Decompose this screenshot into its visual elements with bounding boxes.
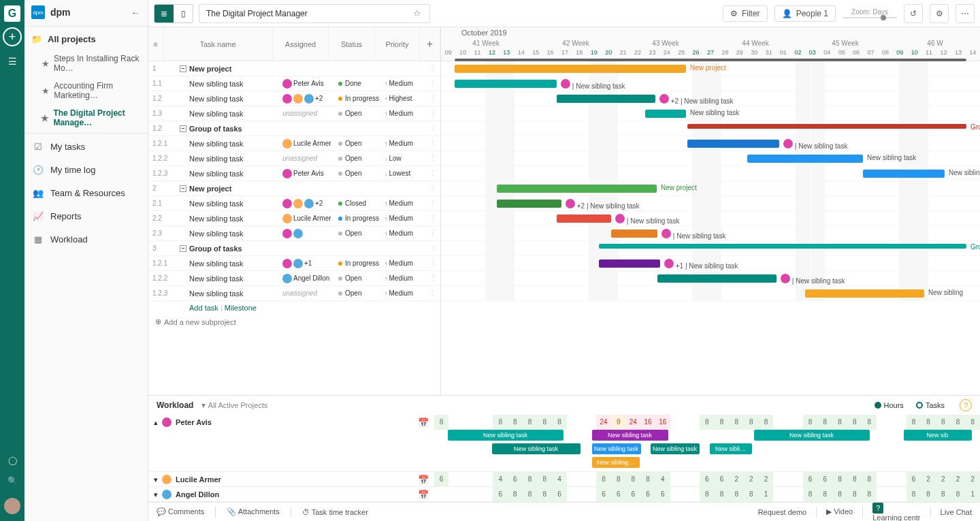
task-row[interactable]: 2− New project⋮ xyxy=(148,181,440,196)
row-more-icon[interactable]: ⋮ xyxy=(429,139,440,148)
zoom-slider[interactable] xyxy=(843,17,897,18)
attachments-tab[interactable]: 📎 Attachments xyxy=(227,507,280,516)
task-row[interactable]: 1.2− Group of tasks⋮ xyxy=(148,121,440,136)
row-more-icon[interactable]: ⋮ xyxy=(429,154,440,163)
learning-center-link[interactable]: ? Learning centr xyxy=(872,503,920,522)
workload-person-row[interactable]: ▾Angel Dillon📅 xyxy=(148,487,434,502)
gantt-bar[interactable]: | New sibling task xyxy=(657,274,777,283)
project-title-input[interactable]: The Digital Project Manager ☆ xyxy=(199,4,430,23)
gantt-bar[interactable]: Group of task xyxy=(599,244,966,249)
settings-icon[interactable]: ⚙ xyxy=(930,4,949,23)
row-more-icon[interactable]: ⋮ xyxy=(429,274,440,283)
request-demo-link[interactable]: Request demo xyxy=(758,508,807,516)
gantt-bar[interactable]: +2 | New sibling task xyxy=(497,200,561,208)
sidebar-project[interactable]: ★Steps In Installing Rack Mo… xyxy=(24,50,148,77)
task-row[interactable]: 1.2.3New sibling taskunassignedOpen↑Medi… xyxy=(148,286,440,301)
workload-filter-dropdown[interactable]: ▾ All Active Projects xyxy=(201,400,267,410)
nav-team[interactable]: 👥Team & Resources xyxy=(24,181,148,204)
video-link[interactable]: ▶ Video xyxy=(826,507,853,516)
row-more-icon[interactable]: ⋮ xyxy=(429,229,440,238)
workload-person-row[interactable]: ▴Peter Avis📅 xyxy=(148,415,434,430)
app-logo[interactable]: G xyxy=(4,5,20,22)
gantt-bar[interactable]: New sibling xyxy=(863,170,945,178)
task-row[interactable]: 2.1New sibling task+2Closed↑Medium⋮ xyxy=(148,196,440,211)
row-more-icon[interactable]: ⋮ xyxy=(429,214,440,223)
sidebar-project[interactable]: ★Accounting Firm Marketing… xyxy=(24,77,148,104)
col-assigned[interactable]: Assigned xyxy=(273,27,329,61)
filter-button[interactable]: ⚙Filter xyxy=(723,5,768,22)
user-avatar[interactable] xyxy=(4,498,20,514)
add-milestone-link[interactable]: Milestone xyxy=(225,304,257,312)
task-row[interactable]: 1.2.2New sibling taskunassignedOpen↓Low⋮ xyxy=(148,151,440,166)
workload-bar[interactable]: New sib xyxy=(904,430,972,441)
workload-bar[interactable]: New sibling task xyxy=(592,430,668,441)
row-more-icon[interactable]: ⋮ xyxy=(429,244,440,253)
row-more-icon[interactable]: ⋮ xyxy=(429,79,440,88)
task-row[interactable]: 1.2New sibling task+2In progress↑Highest… xyxy=(148,91,440,106)
calendar-icon[interactable]: 📅 xyxy=(418,417,429,428)
expand-icon[interactable]: ▾ xyxy=(154,475,158,484)
workload-bar[interactable]: New sibling task xyxy=(592,443,641,454)
col-task-name[interactable]: Task name xyxy=(163,27,273,61)
row-more-icon[interactable]: ⋮ xyxy=(429,199,440,208)
zoom-control[interactable]: Zoom: Days xyxy=(843,8,897,18)
gantt-bar[interactable]: | New sibling task xyxy=(611,230,657,238)
workload-bar[interactable]: New sibling task xyxy=(651,443,700,454)
collapse-toggle[interactable]: − xyxy=(180,125,186,132)
radio-hours[interactable]: Hours xyxy=(875,401,904,409)
workload-person-row[interactable]: ▾Lucile Armer📅 xyxy=(148,472,434,487)
task-row[interactable]: 1− New project⋮ xyxy=(148,61,440,76)
comments-tab[interactable]: 💬 Comments xyxy=(157,507,204,516)
task-row[interactable]: 1.2.2New sibling taskAngel DillonOpen↑Me… xyxy=(148,271,440,286)
calendar-icon[interactable]: 📅 xyxy=(418,474,429,485)
expand-icon[interactable]: ▾ xyxy=(154,490,158,499)
task-row[interactable]: 1.1New sibling taskPeter AvisDone↑Medium… xyxy=(148,76,440,91)
row-more-icon[interactable]: ⋮ xyxy=(429,64,440,73)
gantt-bar[interactable]: New sibling task xyxy=(645,110,686,118)
nav-my-time-log[interactable]: 🕐My time log xyxy=(24,158,148,181)
add-column-button[interactable]: + xyxy=(420,27,440,61)
workload-bar[interactable]: New sibling task xyxy=(448,430,564,441)
nav-reports[interactable]: 📈Reports xyxy=(24,204,148,227)
task-row[interactable]: 1.2.1New sibling taskLucile ArmerOpen↑Me… xyxy=(148,136,440,151)
more-icon[interactable]: ⋯ xyxy=(956,4,975,23)
gantt-bar[interactable]: +2 | New sibling task xyxy=(557,95,655,103)
gantt-bar[interactable]: New project xyxy=(455,65,686,73)
task-row[interactable]: 1.2.1New sibling task+1In progress↑Mediu… xyxy=(148,256,440,271)
row-more-icon[interactable]: ⋮ xyxy=(429,124,440,133)
gantt-bar[interactable]: Group of task xyxy=(687,124,966,129)
gantt-bar[interactable]: | New sibling task xyxy=(557,215,611,223)
radio-tasks[interactable]: Tasks xyxy=(916,401,945,409)
workload-bar[interactable]: New sibli… xyxy=(710,443,752,454)
calendar-icon[interactable]: 📅 xyxy=(418,489,429,500)
star-icon[interactable]: ☆ xyxy=(412,8,423,19)
task-row[interactable]: 3− Group of tasks⋮ xyxy=(148,241,440,256)
people-button[interactable]: 👤People 1 xyxy=(774,5,836,22)
task-row[interactable]: 2.3New sibling taskOpen↑Medium⋮ xyxy=(148,226,440,241)
gantt-bar[interactable]: | New sibling task xyxy=(687,140,779,148)
gantt-view-button[interactable]: ≣ xyxy=(154,5,174,22)
workload-bar[interactable]: New sibling task xyxy=(754,430,870,441)
gantt-bar[interactable]: New project xyxy=(497,185,657,193)
board-view-button[interactable]: ▯ xyxy=(174,5,193,22)
gantt-bar[interactable]: New sibling task xyxy=(747,155,863,163)
workload-help-icon[interactable]: ? xyxy=(960,399,972,411)
history-icon[interactable]: ↺ xyxy=(904,4,923,23)
workload-bar[interactable]: New sibling… xyxy=(592,457,640,468)
collapse-toggle[interactable]: − xyxy=(180,245,186,252)
gantt-bar[interactable]: +1 | New sibling task xyxy=(599,259,660,268)
task-row[interactable]: 2.2New sibling taskLucile ArmerIn progre… xyxy=(148,211,440,226)
nav-workload[interactable]: ▦Workload xyxy=(24,227,148,251)
expand-icon[interactable]: ▴ xyxy=(154,418,158,427)
notifications-icon[interactable]: ◯ xyxy=(8,456,17,465)
live-chat-link[interactable]: Live Chat xyxy=(941,508,972,516)
collapse-toggle[interactable]: − xyxy=(180,65,186,72)
col-status[interactable]: Status xyxy=(329,27,375,61)
row-more-icon[interactable]: ⋮ xyxy=(429,259,440,268)
add-button[interactable]: + xyxy=(3,27,22,46)
gantt-bar[interactable]: | New sibling task xyxy=(455,80,557,88)
gantt-bar[interactable]: New sibling xyxy=(805,289,924,298)
menu-icon[interactable]: ☰ xyxy=(8,56,17,67)
row-more-icon[interactable]: ⋮ xyxy=(429,169,440,178)
sidebar-project[interactable]: ★The Digital Project Manage… xyxy=(24,104,148,131)
